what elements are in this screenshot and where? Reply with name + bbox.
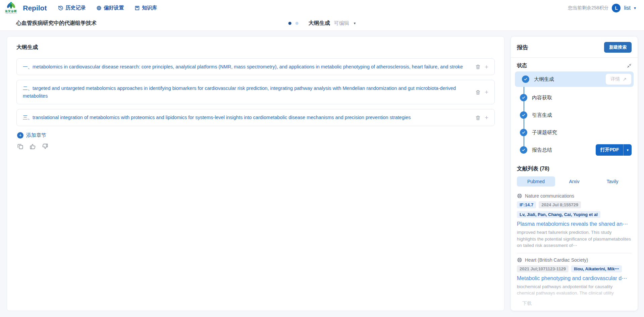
- pagination-dots: [288, 22, 299, 25]
- trash-icon: [475, 64, 481, 69]
- detail-button[interactable]: 详情 ↗: [605, 73, 632, 85]
- trash-icon: [475, 115, 481, 120]
- literature-entry-2: Heart (British Cardiac Society) 2021 Jul…: [517, 253, 632, 301]
- outline-heading: 大纲生成: [16, 44, 495, 51]
- thumbs-up-button[interactable]: [30, 143, 36, 150]
- dot-active[interactable]: [288, 22, 291, 25]
- literature-tabs: Pubmed Arxiv Tavily: [517, 176, 632, 187]
- check-circle-icon: [522, 75, 529, 83]
- detail-label: 详情: [610, 76, 620, 82]
- add-chapter-button[interactable]: + 添加章节: [17, 132, 495, 139]
- open-pdf-button[interactable]: 打开PDF ▾: [596, 144, 632, 156]
- nav-history[interactable]: 历史记录: [58, 5, 86, 11]
- copy-button[interactable]: [17, 143, 23, 150]
- date-badge: 2024 Jul 8;155729: [539, 201, 581, 208]
- subheader: 心血管疾病研究中的代谢组学技术 大纲生成 可编辑 ▾: [0, 16, 644, 31]
- tab-tavily[interactable]: Tavily: [593, 176, 632, 187]
- date-badge: 2021 Jul;1071123-1129: [517, 265, 569, 272]
- circle-plus-icon: +: [17, 132, 23, 139]
- chevron-down-icon[interactable]: ▾: [624, 144, 632, 156]
- outline-item-actions: +: [475, 114, 488, 121]
- open-pdf-label[interactable]: 打开PDF: [596, 144, 624, 156]
- delete-section-button[interactable]: [475, 90, 481, 95]
- credits-remaining: 您当前剩余258积分: [568, 5, 608, 11]
- step-label: 引言生成: [532, 112, 632, 118]
- outline-item-actions: +: [475, 89, 488, 95]
- app-header: 迪安诊断 DIAN DIAGNOSTICS Repilot 历史记录 偏好设置 …: [0, 0, 644, 16]
- add-section-inline-button[interactable]: +: [485, 114, 488, 121]
- add-section-inline-button[interactable]: +: [485, 89, 488, 95]
- status-header: 状态: [517, 62, 632, 69]
- tab-pubmed[interactable]: Pubmed: [517, 176, 555, 187]
- entry-description: improved heart failurerisk prediction. T…: [517, 229, 632, 249]
- nav-preferences[interactable]: 偏好设置: [96, 5, 124, 11]
- avatar[interactable]: L: [612, 4, 621, 12]
- gear-icon: [96, 5, 102, 11]
- brand-title: Repilot: [23, 4, 47, 12]
- trash-icon: [475, 90, 481, 95]
- outline-item-actions: +: [475, 64, 488, 70]
- plus-icon: +: [485, 89, 488, 95]
- nav-preferences-label: 偏好设置: [104, 5, 124, 11]
- authors-badge: Iliou, Aikaterini, Mik⋯: [571, 265, 622, 272]
- badge-row: Lv, Jiali, Pan, Chang, Cai, Yuping et al: [517, 211, 632, 218]
- plus-icon: +: [485, 64, 488, 70]
- step-label: 子课题研究: [532, 129, 632, 136]
- globe-icon: [517, 193, 522, 199]
- delete-section-button[interactable]: [475, 115, 481, 120]
- chevron-down-icon[interactable]: ▾: [634, 6, 636, 10]
- badge-row: 2021 Jul;1071123-1129 Iliou, Aikaterini,…: [517, 265, 632, 272]
- stage-status: 可编辑: [334, 20, 349, 27]
- thumbs-up-icon: [30, 143, 36, 150]
- tab-arxiv[interactable]: Arxiv: [555, 176, 593, 187]
- entry-description: biochemical pathways andpotential for ca…: [517, 283, 632, 297]
- entry-title-link[interactable]: Metabolic phenotyping and cardiovascular…: [517, 275, 632, 281]
- journal-row: Heart (British Cardiac Society): [517, 257, 632, 263]
- entry-title-link[interactable]: Plasma metabolomics reveals the shared a…: [517, 221, 632, 227]
- add-section-inline-button[interactable]: +: [485, 64, 488, 70]
- sidebar-header: 报告 新建搜索: [511, 42, 638, 58]
- outline-item-text: 二、targeted and untargeted metabolomics a…: [23, 85, 471, 100]
- stage-switcher[interactable]: 大纲生成 可编辑 ▾: [288, 16, 356, 31]
- main-nav: 历史记录 偏好设置 知识库: [58, 5, 157, 11]
- check-circle-icon: [520, 129, 527, 136]
- badge-row: IF:14.7 2024 Jul 8;155729: [517, 201, 632, 208]
- check-circle-icon: [520, 146, 527, 154]
- status-title: 状态: [517, 62, 527, 69]
- logo-text: 迪安诊断: [5, 10, 17, 13]
- step-content-fetch[interactable]: 内容获取: [517, 89, 632, 106]
- step-intro-generation[interactable]: 引言生成: [517, 106, 632, 124]
- plus-icon: +: [485, 114, 488, 121]
- dot-inactive[interactable]: [296, 22, 299, 25]
- journal-name: Nature communications: [525, 193, 574, 199]
- literature-heading: 文献列表 (78): [517, 165, 632, 172]
- chevron-down-icon[interactable]: ▾: [354, 21, 356, 25]
- external-link-icon: ↗: [623, 76, 627, 82]
- download-label[interactable]: 下载: [522, 301, 532, 307]
- new-search-button[interactable]: 新建搜索: [604, 42, 632, 53]
- authors-badge: Lv, Jiali, Pan, Chang, Cai, Yuping et al: [517, 211, 600, 218]
- step-outline-generation[interactable]: 大纲生成 详情 ↗: [515, 71, 634, 87]
- nav-knowledge-base[interactable]: 知识库: [135, 5, 157, 11]
- check-circle-icon: [520, 111, 527, 119]
- thumbs-down-button[interactable]: [42, 143, 48, 150]
- step-report-summary[interactable]: 报告总结 打开PDF ▾: [517, 141, 632, 159]
- step-label: 内容获取: [532, 95, 632, 101]
- collapse-icon[interactable]: [627, 63, 632, 68]
- delete-section-button[interactable]: [475, 64, 481, 69]
- logo-subtext: DIAN DIAGNOSTICS: [5, 13, 17, 14]
- outline-item-2[interactable]: 二、targeted and untargeted metabolomics a…: [16, 80, 495, 104]
- outline-item-1[interactable]: 一、metabolomics in cardiovascular disease…: [16, 58, 495, 75]
- sidebar-title: 报告: [517, 44, 528, 51]
- username[interactable]: list: [624, 5, 631, 11]
- journal-row: Nature communications: [517, 193, 632, 199]
- literature-entry-1: Nature communications IF:14.7 2024 Jul 8…: [517, 191, 632, 253]
- dian-diagnostics-logo: 迪安诊断 DIAN DIAGNOSTICS: [5, 2, 17, 14]
- step-label: 报告总结: [532, 147, 596, 153]
- outline-item-text: 一、metabolomics in cardiovascular disease…: [23, 63, 471, 70]
- nav-history-label: 历史记录: [65, 5, 86, 11]
- impact-factor-badge: IF:14.7: [517, 201, 536, 208]
- step-label: 大纲生成: [534, 76, 605, 83]
- outline-item-3[interactable]: 三、translational integration of metabolom…: [16, 109, 495, 126]
- step-subtopic-research[interactable]: 子课题研究: [517, 124, 632, 141]
